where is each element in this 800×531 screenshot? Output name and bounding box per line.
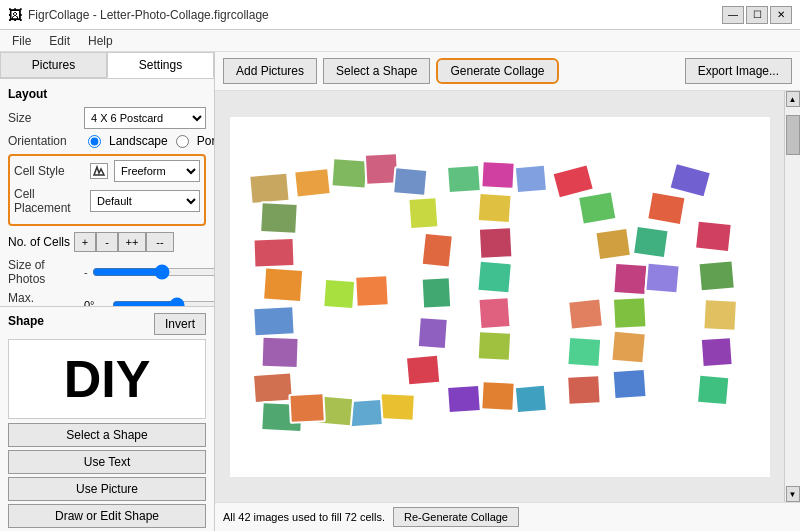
- app-icon: 🖼: [8, 7, 22, 23]
- use-picture-button[interactable]: Use Picture: [8, 477, 206, 501]
- svg-rect-48: [703, 299, 737, 331]
- maximize-button[interactable]: ☐: [746, 6, 768, 24]
- title-bar-title: FigrCollage - Letter-Photo-Collage.figrc…: [28, 8, 269, 22]
- svg-rect-49: [700, 337, 732, 367]
- size-photos-slider[interactable]: [92, 264, 214, 280]
- generate-collage-button[interactable]: Generate Collage: [436, 58, 558, 84]
- svg-rect-28: [477, 192, 511, 222]
- shape-preview: DIY: [8, 339, 206, 419]
- svg-rect-33: [447, 384, 481, 412]
- cells-decrement-btn[interactable]: -: [96, 232, 118, 252]
- svg-rect-38: [595, 227, 631, 259]
- svg-rect-53: [567, 375, 600, 405]
- cell-placement-select[interactable]: Default: [90, 190, 200, 212]
- scroll-thumb[interactable]: [786, 115, 800, 155]
- svg-rect-51: [568, 298, 603, 329]
- svg-rect-10: [294, 168, 331, 197]
- svg-rect-50: [697, 374, 729, 405]
- svg-rect-5: [263, 267, 303, 302]
- use-text-row: Use Text: [8, 450, 206, 474]
- draw-edit-row: Draw or Edit Shape: [8, 504, 206, 528]
- svg-rect-31: [478, 297, 510, 329]
- max-rotation-slider[interactable]: [112, 297, 214, 306]
- export-image-button[interactable]: Export Image...: [685, 58, 792, 84]
- cell-style-icon: [90, 163, 108, 179]
- menu-bar: File Edit Help: [0, 30, 800, 52]
- svg-rect-47: [698, 260, 734, 291]
- svg-rect-19: [379, 393, 414, 421]
- cell-style-label: Cell Style: [14, 164, 86, 178]
- size-photos-label: Size of Photos: [8, 258, 80, 286]
- orientation-label: Orientation: [8, 134, 80, 148]
- svg-rect-25: [447, 164, 481, 192]
- cells-half-btn[interactable]: --: [146, 232, 174, 252]
- select-shape-button[interactable]: Select a Shape: [8, 423, 206, 447]
- draw-edit-button[interactable]: Draw or Edit Shape: [8, 504, 206, 528]
- size-photos-minus: -: [84, 266, 88, 278]
- settings-panel: Layout Size 4 X 6 Postcard Orientation L…: [0, 79, 214, 306]
- svg-rect-23: [323, 278, 355, 308]
- tab-settings[interactable]: Settings: [107, 52, 214, 78]
- svg-rect-8: [253, 372, 293, 403]
- svg-rect-54: [645, 262, 679, 293]
- cell-style-select[interactable]: Freeform: [114, 160, 200, 182]
- svg-rect-43: [612, 297, 646, 329]
- menu-edit[interactable]: Edit: [41, 32, 78, 50]
- svg-rect-6: [253, 306, 294, 336]
- portrait-radio[interactable]: [176, 135, 189, 148]
- no-cells-label: No. of Cells: [8, 235, 70, 249]
- canvas-area: [215, 91, 784, 502]
- landscape-radio[interactable]: [88, 135, 101, 148]
- size-row: Size 4 X 6 Postcard: [8, 107, 206, 129]
- size-photos-row: Size of Photos - +: [8, 258, 206, 286]
- scroll-up-button[interactable]: ▲: [786, 91, 800, 107]
- shape-header: Shape Invert: [8, 313, 206, 335]
- svg-rect-37: [578, 191, 616, 224]
- svg-rect-35: [514, 384, 546, 413]
- canvas-inner: [230, 117, 770, 477]
- max-rotation-min: 0°: [84, 299, 108, 306]
- svg-rect-34: [481, 381, 514, 411]
- svg-rect-27: [514, 164, 546, 193]
- svg-rect-3: [260, 202, 298, 234]
- svg-rect-7: [261, 336, 298, 367]
- scroll-down-button[interactable]: ▼: [786, 486, 800, 502]
- close-button[interactable]: ✕: [770, 6, 792, 24]
- title-bar-left: 🖼 FigrCollage - Letter-Photo-Collage.fig…: [8, 7, 269, 23]
- size-select[interactable]: 4 X 6 Postcard: [84, 107, 206, 129]
- svg-rect-13: [393, 167, 427, 196]
- minimize-button[interactable]: —: [722, 6, 744, 24]
- menu-file[interactable]: File: [4, 32, 39, 50]
- right-scrollbar[interactable]: ▲ ▼: [784, 91, 800, 502]
- regenerate-button[interactable]: Re-Generate Collage: [393, 507, 519, 527]
- svg-marker-0: [94, 167, 104, 175]
- svg-rect-45: [612, 368, 646, 398]
- svg-rect-24: [355, 275, 389, 307]
- diy-collage-svg: [240, 132, 760, 462]
- max-rotation-row: Max. Rotation 0° 70°: [8, 291, 206, 306]
- shape-preview-text: DIY: [64, 349, 151, 409]
- cell-placement-label: Cell Placement: [14, 187, 86, 215]
- main-container: Pictures Settings Layout Size 4 X 6 Post…: [0, 52, 800, 531]
- menu-help[interactable]: Help: [80, 32, 121, 50]
- svg-rect-26: [481, 161, 514, 189]
- tab-pictures[interactable]: Pictures: [0, 52, 107, 78]
- orientation-row: Orientation Landscape Portrait: [8, 134, 206, 148]
- toolbar: Add Pictures Select a Shape Generate Col…: [215, 52, 800, 91]
- svg-rect-11: [331, 158, 367, 188]
- size-label: Size: [8, 111, 80, 125]
- cells-increment-btn[interactable]: +: [74, 232, 96, 252]
- title-bar-controls[interactable]: — ☐ ✕: [722, 6, 792, 24]
- invert-button[interactable]: Invert: [154, 313, 206, 335]
- left-panel: Pictures Settings Layout Size 4 X 6 Post…: [0, 52, 215, 531]
- cells-double-btn[interactable]: ++: [118, 232, 146, 252]
- tab-row: Pictures Settings: [0, 52, 214, 79]
- select-shape-row: Select a Shape: [8, 423, 206, 447]
- portrait-label: Portrait: [197, 134, 214, 148]
- select-shape-toolbar-button[interactable]: Select a Shape: [323, 58, 430, 84]
- add-pictures-button[interactable]: Add Pictures: [223, 58, 317, 84]
- svg-rect-18: [405, 354, 439, 385]
- svg-rect-30: [477, 260, 511, 293]
- svg-rect-2: [249, 172, 289, 203]
- use-text-button[interactable]: Use Text: [8, 450, 206, 474]
